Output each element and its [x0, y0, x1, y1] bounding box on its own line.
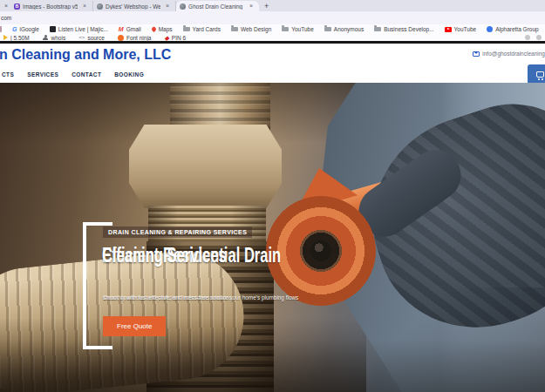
- bookmark-folder-business-develop[interactable]: Business Develop...: [374, 26, 433, 32]
- bookmark-traffic-stat[interactable]: | 5.50M: [3, 35, 30, 41]
- hero-bottom-shade: [0, 340, 545, 392]
- bookmark-label: Maps: [159, 26, 173, 32]
- folder-icon: [374, 27, 381, 31]
- bookmark-folder-web-design[interactable]: Web Design: [231, 26, 271, 32]
- bookmark-alpharetta-group[interactable]: Alpharetta Group: [487, 26, 539, 32]
- bookmark-label: | 5.50M: [10, 35, 30, 41]
- email-text: info@ghostdraincleaning.c: [482, 51, 545, 57]
- browser-window: × B Images - Bootstrap v5.0 × Dykes' Web…: [0, 0, 545, 392]
- bookmark-gmail[interactable]: MGmail: [119, 26, 141, 32]
- tab-images-bootstrap[interactable]: B Images - Bootstrap v5.0 ×: [10, 1, 93, 11]
- pipe-threads: [148, 206, 266, 244]
- decor-bracket-top: [83, 222, 112, 226]
- free-quote-button[interactable]: Free Quote: [103, 316, 166, 336]
- bookmark-youtube[interactable]: YouTube: [445, 26, 477, 32]
- bookmark-label: iGoogle: [19, 26, 38, 32]
- bookmark-listen-live[interactable]: Listen Live | Majic...: [50, 26, 108, 32]
- bookmark-whois[interactable]: whois: [43, 35, 66, 41]
- folder-icon: [183, 27, 190, 31]
- bookmark-igoogle[interactable]: GiGoogle: [12, 26, 39, 32]
- hero-section: DRAIN CLEANING & REPAIRING SERVICES Effi…: [0, 83, 545, 392]
- pipe-hex-nut: [129, 125, 282, 208]
- bookmark-source[interactable]: <>source: [78, 35, 105, 41]
- hero-heading-line2: Cleaning Services: [102, 243, 227, 267]
- decor-bracket-bottom: [83, 346, 112, 349]
- url-text[interactable]: com: [1, 15, 11, 21]
- extension-icons: [525, 34, 542, 41]
- radio-app-icon: [50, 26, 56, 32]
- bootstrap-favicon-icon: B: [14, 3, 20, 10]
- nav-item-products[interactable]: CTS: [2, 71, 14, 78]
- close-tab-icon[interactable]: ×: [2, 1, 10, 11]
- site-header: n Cleaning and More, LLC info@ghostdrain…: [0, 44, 545, 66]
- hero-eyebrow-label: DRAIN CLEANING & REPAIRING SERVICES: [103, 226, 252, 238]
- youtube-play-icon: [445, 27, 452, 32]
- hero-body-line2: smoothly with fast effective, and mess-f…: [103, 292, 234, 303]
- folder-icon: [324, 27, 331, 31]
- new-tab-button[interactable]: +: [259, 1, 274, 11]
- extension-icon[interactable]: [536, 35, 542, 40]
- code-icon: <>: [78, 35, 85, 41]
- red-diamond-icon: ◆: [164, 35, 168, 41]
- gold-arrow-icon: [3, 35, 8, 40]
- tab-strip: × B Images - Bootstrap v5.0 × Dykes' Web…: [0, 0, 545, 11]
- bookmark-label: YouTube: [291, 26, 314, 32]
- decor-bracket-vertical: [83, 222, 86, 349]
- bookmark-label: Web Design: [241, 26, 271, 32]
- bookmark-label: YouTube: [454, 26, 477, 32]
- partial-bookmark-icon: [0, 26, 2, 32]
- tab-dykes-webshop[interactable]: Dykes' Webshop - Web Servi ×: [93, 1, 176, 11]
- bookmark-folder-yard-cards[interactable]: Yard Cards: [183, 26, 221, 32]
- bookmark-label: Gmail: [126, 26, 141, 32]
- bookmark-label: PIN 6: [172, 35, 186, 41]
- bookmark-label: Listen Live | Majic...: [58, 26, 108, 32]
- folder-icon: [231, 27, 238, 31]
- tab-title: Images - Bootstrap v5.0: [23, 3, 78, 10]
- contact-email[interactable]: info@ghostdraincleaning.c: [473, 51, 545, 57]
- bookmark-label: Yard Cards: [193, 26, 221, 32]
- folder-icon: [282, 27, 289, 31]
- bookmark-label: Business Develop...: [384, 26, 433, 32]
- globe-favicon-icon: [97, 3, 103, 10]
- bookmark-folder-anonymous[interactable]: Anonymous: [324, 26, 364, 32]
- globe-favicon-icon: [180, 3, 186, 10]
- bookmark-label: Alpharetta Group: [495, 26, 539, 32]
- close-tab-icon[interactable]: ×: [247, 1, 255, 11]
- site-nav: CTS SERVICES CONTACT BOOKING: [0, 66, 545, 83]
- envelope-icon: [473, 51, 480, 57]
- nav-item-booking[interactable]: BOOKING: [114, 71, 144, 78]
- bookmark-label: Font ninja: [126, 35, 152, 41]
- tab-title: Dykes' Webshop - Web Servi: [106, 3, 160, 10]
- map-pin-icon: [151, 26, 157, 32]
- nav-item-services[interactable]: SERVICES: [27, 71, 58, 78]
- close-tab-icon[interactable]: ×: [163, 1, 172, 11]
- bookmarks-bar-row1: GiGoogle Listen Live | Majic... MGmail M…: [0, 24, 545, 34]
- bookmarks-bar-row2: | 5.50M whois <>source Font ninja ◆PIN 6: [0, 34, 545, 41]
- person-icon: [43, 35, 49, 41]
- cart-button[interactable]: [528, 64, 545, 84]
- site-brand[interactable]: n Cleaning and More, LLC: [0, 47, 171, 63]
- bookmark-font-ninja[interactable]: Font ninja: [118, 35, 152, 41]
- tab-ghost-drain-cleaning[interactable]: Ghost Drain Cleaning and M ×: [176, 1, 259, 11]
- extension-icon[interactable]: [525, 35, 530, 40]
- bookmark-maps[interactable]: Maps: [152, 26, 173, 32]
- address-bar[interactable]: com: [0, 11, 545, 24]
- bookmark-label: whois: [51, 35, 66, 41]
- nav-item-contact[interactable]: CONTACT: [72, 71, 101, 78]
- bookmark-label: source: [87, 35, 105, 41]
- font-ninja-icon: [118, 35, 124, 41]
- tab-title: Ghost Drain Cleaning and M: [188, 3, 244, 10]
- blue-globe-icon: [487, 26, 493, 32]
- close-tab-icon[interactable]: ×: [80, 1, 89, 11]
- bookmark-pin[interactable]: ◆PIN 6: [164, 35, 186, 41]
- google-g-icon: G: [12, 26, 17, 32]
- cart-icon: [536, 71, 544, 78]
- bolt-head: [310, 240, 331, 261]
- gmail-icon: M: [119, 26, 124, 32]
- bookmark-folder-youtube[interactable]: YouTube: [282, 26, 314, 32]
- bookmark-label: Anonymous: [334, 26, 364, 32]
